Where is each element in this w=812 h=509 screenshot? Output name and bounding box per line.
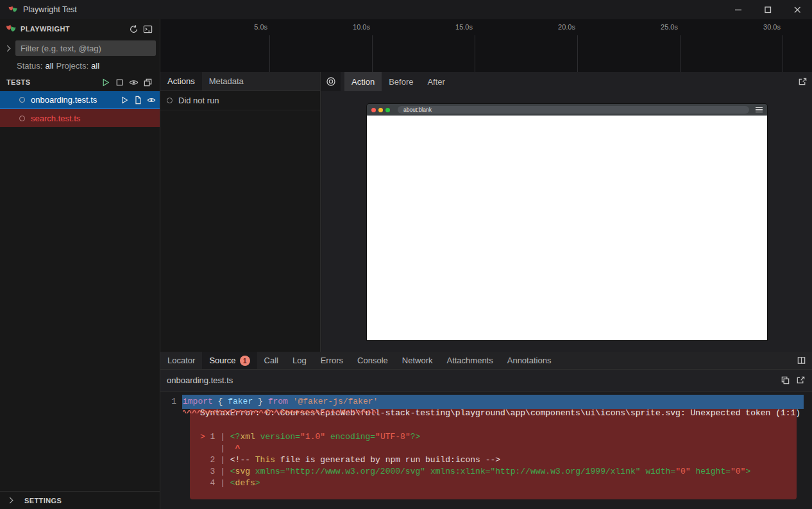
tab-console[interactable]: Console	[350, 352, 395, 369]
code-frame-line: | ^	[200, 443, 786, 454]
error-code-frame: > 1 | <?xml version="1.0" encoding="UTF-…	[200, 431, 786, 489]
test-row-search[interactable]: search.test.ts	[0, 109, 160, 127]
show-source-button[interactable]	[133, 96, 142, 105]
tab-after[interactable]: After	[420, 72, 452, 91]
sidebar-title: PLAYWRIGHT	[21, 25, 70, 33]
watch-test-button[interactable]	[147, 96, 156, 105]
panels-row: ActionsMetadata Did not run ActionBefore…	[160, 72, 812, 352]
tab-label: Attachments	[446, 356, 493, 365]
test-name: onboarding.test.ts	[31, 95, 97, 105]
sidebar-header: PLAYWRIGHT	[0, 19, 160, 39]
playwright-ui-window: Playwright Test PLAYWRIGHT	[0, 0, 812, 509]
tab-label: Network	[402, 356, 433, 365]
tab-metadata[interactable]: Metadata	[202, 72, 251, 91]
test-name: search.test.ts	[31, 114, 80, 123]
code-frame-line: 2 | <!-- This file is generated by npm r…	[200, 454, 786, 466]
details-panel: LocatorSource1CallLogErrorsConsoleNetwor…	[160, 352, 812, 509]
tab-label: Console	[357, 356, 388, 365]
test-status-icon	[19, 97, 25, 103]
settings-chevron-icon	[7, 497, 13, 504]
source-toolbar: onboarding.test.ts	[160, 370, 812, 392]
details-tabstrip: LocatorSource1CallLogErrorsConsoleNetwor…	[160, 352, 812, 370]
tab-label: Annotations	[507, 356, 552, 365]
tab-label: Errors	[321, 356, 343, 365]
error-squiggle	[183, 410, 378, 413]
did-not-run-item[interactable]: Did not run	[160, 91, 320, 110]
actions-tabstrip: ActionsMetadata	[160, 72, 320, 91]
collapse-chevron-icon[interactable]	[4, 45, 11, 51]
tab-annotations[interactable]: Annotations	[500, 352, 559, 369]
titlebar: Playwright Test	[0, 0, 812, 19]
traffic-minimize-icon	[378, 108, 383, 112]
timeline[interactable]: 5.0s10.0s15.0s20.0s25.0s30.0s	[160, 19, 812, 72]
browser-toolbar: about:blank	[367, 104, 767, 116]
test-row-onboarding[interactable]: onboarding.test.ts	[0, 91, 160, 109]
tab-label: Action	[351, 77, 375, 87]
minimize-button[interactable]	[723, 0, 753, 19]
tab-label: Before	[389, 77, 413, 87]
copy-icon[interactable]	[781, 375, 790, 385]
tab-label: Call	[264, 356, 278, 365]
tests-section-header: TESTS	[0, 73, 160, 91]
pick-locator-button[interactable]	[321, 72, 341, 91]
terminal-button[interactable]	[140, 22, 155, 36]
address-bar: about:blank	[398, 106, 749, 114]
reload-tests-button[interactable]	[126, 22, 140, 36]
close-button[interactable]	[782, 0, 812, 19]
open-in-editor-icon[interactable]	[796, 375, 806, 385]
error-box: SyntaxError: C:\Courses\EpicWeb\full-sta…	[190, 401, 797, 499]
traffic-maximize-icon	[385, 108, 390, 112]
tab-label: Locator	[167, 356, 195, 365]
tab-log[interactable]: Log	[285, 352, 314, 369]
source-view[interactable]: 1 import { faker } from '@faker-js/faker…	[160, 392, 812, 509]
errors-badge: 1	[240, 356, 250, 366]
not-run-status-icon	[167, 98, 173, 103]
tab-errors[interactable]: Errors	[314, 352, 350, 369]
tab-label: After	[427, 77, 444, 87]
actions-panel: ActionsMetadata Did not run	[160, 72, 321, 352]
split-view-icon[interactable]	[790, 352, 812, 369]
did-not-run-label: Did not run	[178, 96, 219, 105]
tab-source[interactable]: Source1	[202, 352, 257, 369]
source-line-1: 1 import { faker } from '@faker-js/faker…	[160, 395, 812, 409]
source-code: import { faker } from '@faker-js/faker'	[182, 395, 804, 409]
tab-network[interactable]: Network	[395, 352, 440, 369]
window-controls	[723, 0, 812, 19]
browser-snapshot: about:blank	[367, 104, 767, 340]
open-snapshot-icon[interactable]	[793, 72, 812, 91]
settings-section-header[interactable]: SETTINGS	[0, 491, 160, 509]
tab-action[interactable]: Action	[344, 72, 382, 91]
status-label: Status:	[17, 61, 42, 71]
stop-button[interactable]	[112, 75, 126, 89]
address-text: about:blank	[403, 106, 432, 114]
tab-locator[interactable]: Locator	[160, 352, 202, 369]
main-area: 5.0s10.0s15.0s20.0s25.0s30.0s ActionsMet…	[160, 19, 812, 509]
code-frame-line: > 1 | <?xml version="1.0" encoding="UTF-…	[200, 431, 786, 443]
tab-label: Source	[209, 356, 235, 365]
traffic-close-icon	[371, 108, 376, 112]
tab-before[interactable]: Before	[382, 72, 420, 91]
tab-label: Log	[292, 356, 307, 365]
browser-menu-icon	[756, 107, 763, 113]
tab-label: Actions	[167, 76, 195, 86]
tab-label: Metadata	[209, 76, 244, 86]
sidebar: PLAYWRIGHT Status: all Projects: all TES…	[0, 19, 160, 509]
code-frame-line: 3 | <svg xmlns="http://www.w3.org/2000/s…	[200, 466, 786, 478]
tab-attachments[interactable]: Attachments	[439, 352, 500, 369]
projects-value: all	[91, 61, 99, 71]
status-filters[interactable]: Status: all Projects: all	[0, 58, 160, 73]
code-frame-line: 4 | <defs>	[200, 478, 786, 489]
window-title: Playwright Test	[23, 5, 77, 14]
tests-title: TESTS	[6, 78, 30, 86]
run-all-button[interactable]	[98, 75, 112, 89]
filter-input[interactable]	[15, 40, 156, 56]
source-filename: onboarding.test.ts	[167, 375, 233, 385]
snapshot-panel: ActionBeforeAfter about:blank	[321, 72, 812, 352]
maximize-button[interactable]	[753, 0, 782, 19]
collapse-all-button[interactable]	[140, 75, 155, 89]
run-test-button[interactable]	[120, 96, 129, 105]
tab-actions[interactable]: Actions	[160, 72, 202, 91]
watch-all-button[interactable]	[126, 75, 140, 89]
browser-page	[367, 116, 767, 340]
tab-call[interactable]: Call	[257, 352, 285, 369]
